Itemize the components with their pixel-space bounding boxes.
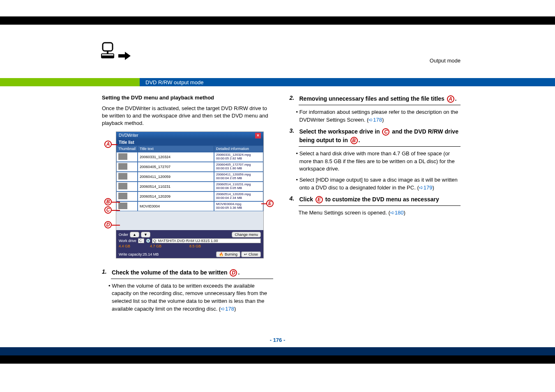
- callout-d: D: [104, 221, 112, 228]
- callout-a-line: [112, 144, 117, 145]
- page: Output mode DVD R/RW output mode Setting…: [0, 0, 555, 380]
- ss-workdrive-label: Work drive: [119, 239, 136, 243]
- link-178[interactable]: 178: [225, 306, 234, 312]
- link-arrow-icon: ➪: [221, 306, 225, 312]
- ss-row-text: 20060331_120324: [138, 152, 214, 162]
- ss-row[interactable]: 20060514_11023120060514_110231.mpg00:00:…: [116, 182, 263, 191]
- ss-h-detail: Detailed information: [214, 145, 263, 152]
- dvdwriter-screenshot: DVDWriter × Title list Thumbnail Title t…: [116, 131, 264, 258]
- ss-thumb-icon: [118, 203, 127, 209]
- cap-marker-1: 4.4 GB: [119, 244, 130, 248]
- callout-b-inline: B: [350, 137, 358, 144]
- link-179[interactable]: 179: [424, 184, 433, 191]
- link-178b[interactable]: 178: [373, 117, 382, 123]
- ss-table-header: Thumbnail Title text Detailed informatio…: [116, 145, 263, 152]
- green-header-bar: [0, 78, 140, 86]
- step-3-bullet-1: • Select a hard disk drive with more tha…: [290, 150, 461, 173]
- ss-row-text: 20060405_172707: [138, 162, 214, 172]
- link-arrow-icon: ➪: [390, 210, 395, 216]
- ss-up-button[interactable]: ▲: [130, 232, 139, 238]
- callout-d-line: [112, 225, 120, 226]
- ss-write-capacity: Write capacity:25.14 MB: [119, 252, 159, 256]
- ss-bottom-bar: Order ▲ ▼ Change menu Work drive C: 💿 Q:…: [116, 230, 263, 251]
- callout-c: C: [104, 206, 112, 214]
- dark-blue-footer-bar: [0, 347, 555, 355]
- ss-row[interactable]: 20060331_12032420060331_120324.mpg00:00:…: [116, 152, 263, 162]
- ss-row-text: MOVIE0004: [138, 201, 214, 211]
- step-3-bullet-2: • Select [HDD image output] to save a di…: [290, 176, 461, 192]
- step-1-bullet: • When the volume of data to be written …: [102, 282, 273, 313]
- svg-rect-1: [101, 53, 114, 58]
- callout-d-inline: D: [230, 269, 237, 277]
- ss-row-detail: 20060405_172707.mpg00:00:03 1.80 MB: [214, 162, 263, 172]
- step-2-number: 2.: [290, 95, 297, 103]
- ss-h-thumb: Thumbnail: [116, 145, 138, 152]
- black-footer-bar: [0, 355, 555, 364]
- ss-table: Thumbnail Title text Detailed informatio…: [116, 145, 263, 211]
- ss-row-detail: 20060514_120209.mpg00:00:04 2.34 MB: [214, 191, 263, 201]
- cap-marker-3: 8.5 GB: [189, 244, 201, 248]
- link-arrow-icon: ➪: [368, 117, 373, 123]
- ss-row[interactable]: 20060514_12020920060514_120209.mpg00:00:…: [116, 191, 263, 201]
- callout-c-inline: C: [382, 128, 389, 136]
- left-column: Setting the DVD menu and playback method…: [102, 95, 273, 316]
- ss-h-text: Title text: [138, 145, 214, 152]
- step-4-number: 4.: [290, 195, 297, 204]
- callout-a: A: [104, 141, 112, 148]
- ss-close-button[interactable]: ↩ Close: [241, 251, 261, 257]
- left-intro: Once the DVDWriter is activated, select …: [102, 105, 273, 127]
- blue-header-bar: DVD R/RW output mode: [140, 78, 555, 86]
- close-icon[interactable]: ×: [255, 133, 261, 138]
- step-3-number: 3.: [290, 127, 297, 145]
- ss-app-title: DVDWriter: [119, 133, 138, 138]
- step-2: 2. Removing unnecessary files and settin…: [290, 95, 461, 103]
- link-arrow-icon: ➪: [419, 184, 424, 191]
- cap-marker-2: 4.7 GB: [150, 244, 161, 248]
- top-black-bar: [0, 16, 555, 25]
- ss-output-drive-select[interactable]: Q: MATSHITA DVD-RAM UJ-831S 1.00: [152, 238, 261, 243]
- ss-thumb-icon: [118, 163, 127, 170]
- callout-e: E: [266, 200, 274, 207]
- ss-row-text: 20060514_110231: [138, 182, 214, 191]
- screenshot-wrap: A B C D E DVDWriter × Title list: [102, 131, 273, 258]
- callout-a-inline: A: [447, 95, 454, 103]
- step-2-underline: [299, 105, 461, 105]
- ss-order-label: Order: [119, 233, 128, 237]
- step-4: 4. Click E to customize the DVD menu as …: [290, 195, 461, 204]
- svg-rect-3: [107, 51, 108, 53]
- ss-titlelist-header: Title list: [116, 139, 263, 145]
- ss-workdrive-select[interactable]: C:: [138, 238, 144, 243]
- ss-change-menu-button[interactable]: Change menu: [232, 232, 261, 238]
- ss-gap: [116, 211, 263, 230]
- ss-burning-button[interactable]: 🔥 Burning: [216, 251, 240, 257]
- ss-row-detail: 20060514_110231.mpg00:00:06 3.05 MB: [214, 182, 263, 191]
- step-1-body: Check the volume of the data to be writt…: [112, 268, 240, 277]
- ss-row[interactable]: 20060411_12005920060411_120059.mpg00:00:…: [116, 172, 263, 182]
- ss-row[interactable]: 20060405_17270720060405_172707.mpg00:00:…: [116, 162, 263, 172]
- step-1-number: 1.: [102, 268, 109, 277]
- ss-row-text: 20060514_120209: [138, 191, 214, 201]
- svg-rect-2: [102, 54, 113, 55]
- step-2-bullet: • For information about settings please …: [290, 108, 461, 124]
- right-column: 2. Removing unnecessary files and settin…: [290, 95, 461, 316]
- content-columns: Setting the DVD menu and playback method…: [0, 87, 555, 325]
- svg-rect-0: [103, 43, 113, 51]
- step-1-underline: [111, 279, 273, 279]
- mode-label: Output mode: [430, 58, 461, 64]
- callout-e-inline: E: [315, 196, 323, 203]
- ss-row-detail: 20060331_120324.mpg00:00:05 2.82 MB: [214, 152, 263, 162]
- step-4-body: Click E to customize the DVD menu as nec…: [299, 195, 439, 204]
- link-180[interactable]: 180: [395, 210, 404, 216]
- ss-thumb-icon: [118, 173, 127, 180]
- step-1: 1. Check the volume of the data to be wr…: [102, 268, 273, 277]
- ss-thumb-icon: [118, 183, 127, 189]
- ss-capacity-bar: Write capacity:25.14 MB 🔥 Burning ↩ Clos…: [116, 251, 263, 258]
- ss-row[interactable]: MOVIE0004MOVIE0004.mpg00:00:05 3.36 MB: [116, 201, 263, 211]
- ss-down-button[interactable]: ▼: [141, 232, 150, 238]
- step-4-sub: The Menu Settings screen is opened. (➪18…: [290, 209, 461, 217]
- ss-thumb-icon: [118, 153, 127, 160]
- output-mode-icon: [100, 42, 133, 67]
- ss-row-text: 20060411_120059: [138, 172, 214, 182]
- header-row: Output mode DVD R/RW output mode: [0, 66, 555, 86]
- ss-thumb-icon: [118, 193, 127, 199]
